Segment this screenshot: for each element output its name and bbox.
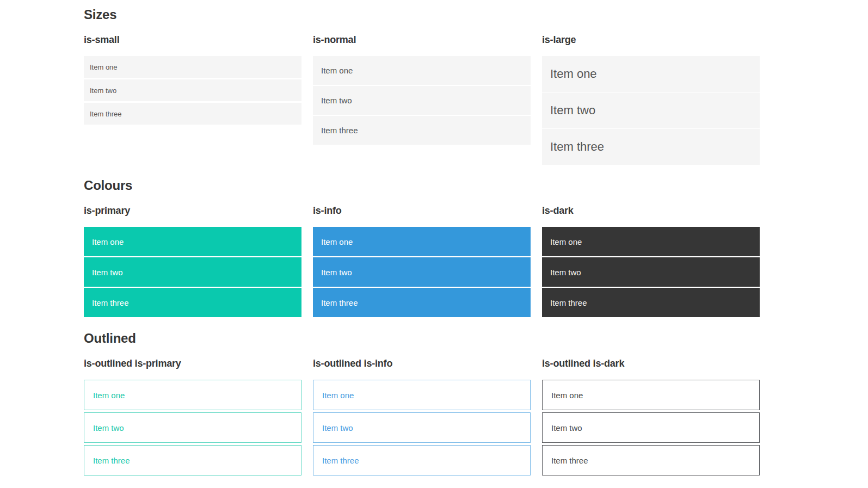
list-item[interactable]: Item three <box>84 103 301 125</box>
list-is-outlined-is-info: Item one Item two Item three <box>313 380 531 478</box>
list-item[interactable]: Item two <box>84 79 301 101</box>
group-label-is-small: is-small <box>84 34 301 46</box>
group-label-is-primary: is-primary <box>84 205 301 217</box>
list-item[interactable]: Item two <box>313 86 531 115</box>
column-is-outlined-is-info: is-outlined is-info Item one Item two It… <box>313 357 531 478</box>
list-item[interactable]: Item three <box>84 445 301 475</box>
outlined-grid: is-outlined is-primary Item one Item two… <box>84 357 760 478</box>
list-item[interactable]: Item three <box>542 129 760 165</box>
list-item[interactable]: Item two <box>542 412 760 443</box>
group-label-is-info: is-info <box>313 205 531 217</box>
list-item[interactable]: Item one <box>84 380 301 410</box>
section-outlined: Outlined is-outlined is-primary Item one… <box>84 331 760 478</box>
column-is-primary: is-primary Item one Item two Item three <box>84 205 301 318</box>
list-item[interactable]: Item one <box>84 227 301 256</box>
group-label-is-outlined-is-dark: is-outlined is-dark <box>542 357 760 369</box>
list-item[interactable]: Item three <box>542 288 760 317</box>
list-is-normal: Item one Item two Item three <box>313 56 531 146</box>
list-item[interactable]: Item two <box>542 92 760 128</box>
list-item[interactable]: Item three <box>84 288 301 317</box>
list-is-dark: Item one Item two Item three <box>542 227 760 318</box>
list-item[interactable]: Item one <box>313 227 531 256</box>
list-item[interactable]: Item two <box>542 257 760 287</box>
group-label-is-large: is-large <box>542 34 760 46</box>
list-item[interactable]: Item one <box>542 56 760 92</box>
group-label-is-normal: is-normal <box>313 34 531 46</box>
column-is-outlined-is-dark: is-outlined is-dark Item one Item two It… <box>542 357 760 478</box>
page-container: Sizes is-small Item one Item two Item th… <box>0 0 760 478</box>
list-item[interactable]: Item two <box>84 412 301 443</box>
column-is-small: is-small Item one Item two Item three <box>84 34 301 126</box>
list-is-large: Item one Item two Item three <box>542 56 760 165</box>
group-label-is-dark: is-dark <box>542 205 760 217</box>
list-is-info: Item one Item two Item three <box>313 227 531 318</box>
column-is-normal: is-normal Item one Item two Item three <box>313 34 531 146</box>
column-is-outlined-is-primary: is-outlined is-primary Item one Item two… <box>84 357 301 478</box>
list-is-outlined-is-dark: Item one Item two Item three <box>542 380 760 478</box>
group-label-is-outlined-is-info: is-outlined is-info <box>313 357 531 369</box>
list-item[interactable]: Item one <box>542 380 760 410</box>
list-is-small: Item one Item two Item three <box>84 56 301 126</box>
group-label-is-outlined-is-primary: is-outlined is-primary <box>84 357 301 369</box>
section-title-sizes: Sizes <box>84 8 760 22</box>
column-is-large: is-large Item one Item two Item three <box>542 34 760 165</box>
column-is-info: is-info Item one Item two Item three <box>313 205 531 318</box>
list-is-primary: Item one Item two Item three <box>84 227 301 318</box>
section-title-colours: Colours <box>84 178 760 193</box>
section-colours: Colours is-primary Item one Item two Ite… <box>84 178 760 318</box>
list-item[interactable]: Item two <box>84 257 301 287</box>
sizes-grid: is-small Item one Item two Item three is… <box>84 34 760 165</box>
list-item[interactable]: Item one <box>313 56 531 85</box>
section-sizes: Sizes is-small Item one Item two Item th… <box>84 8 760 165</box>
list-item[interactable]: Item one <box>84 56 301 78</box>
list-item[interactable]: Item two <box>313 412 531 443</box>
section-title-outlined: Outlined <box>84 331 760 345</box>
list-item[interactable]: Item one <box>542 227 760 256</box>
column-is-dark: is-dark Item one Item two Item three <box>542 205 760 318</box>
list-item[interactable]: Item three <box>313 116 531 145</box>
colours-grid: is-primary Item one Item two Item three … <box>84 205 760 318</box>
list-item[interactable]: Item one <box>313 380 531 410</box>
list-is-outlined-is-primary: Item one Item two Item three <box>84 380 301 478</box>
list-item[interactable]: Item three <box>313 445 531 475</box>
list-item[interactable]: Item three <box>542 445 760 475</box>
list-item[interactable]: Item two <box>313 257 531 287</box>
list-item[interactable]: Item three <box>313 288 531 317</box>
